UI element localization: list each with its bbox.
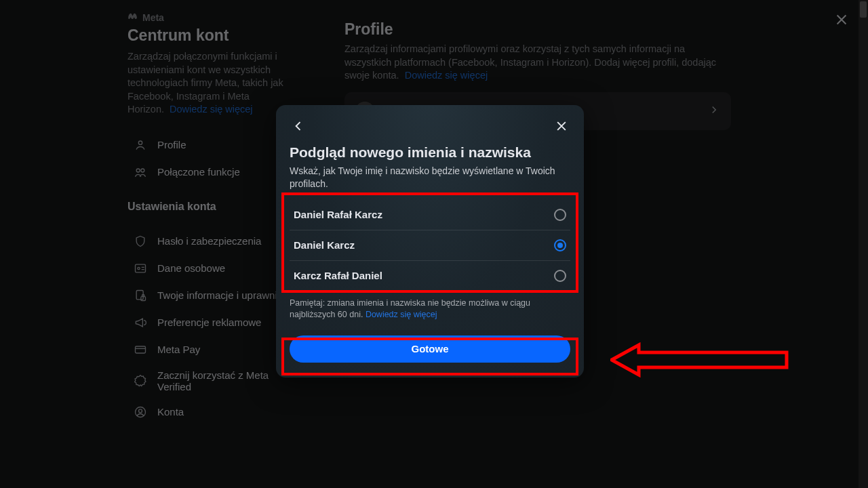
name-preview-modal: Podgląd nowego imienia i nazwiska Wskaż,…: [276, 105, 584, 378]
name-option-2[interactable]: Karcz Rafał Daniel: [290, 260, 570, 291]
name-options: Daniel Rafał Karcz Daniel Karcz Karcz Ra…: [290, 200, 570, 291]
done-button[interactable]: Gotowe: [290, 336, 570, 363]
modal-note: Pamiętaj: zmiana imienia i nazwiska nie …: [290, 298, 570, 321]
name-option-label: Daniel Karcz: [294, 239, 355, 251]
modal-learn-more-link[interactable]: Dowiedz się więcej: [366, 310, 437, 319]
name-option-1[interactable]: Daniel Karcz: [290, 230, 570, 260]
modal-title: Podgląd nowego imienia i nazwiska: [290, 144, 570, 161]
modal-close-button[interactable]: [553, 117, 570, 135]
modal-subtitle: Wskaż, jak Twoje imię i nazwisko będzie …: [290, 165, 561, 190]
name-option-label: Daniel Rafał Karcz: [294, 209, 382, 220]
radio-selected-icon: [554, 239, 566, 251]
name-option-label: Karcz Rafał Daniel: [294, 270, 382, 281]
radio-icon: [554, 209, 566, 221]
modal-back-button[interactable]: [290, 117, 307, 135]
name-option-0[interactable]: Daniel Rafał Karcz: [290, 200, 570, 230]
radio-icon: [554, 270, 566, 282]
